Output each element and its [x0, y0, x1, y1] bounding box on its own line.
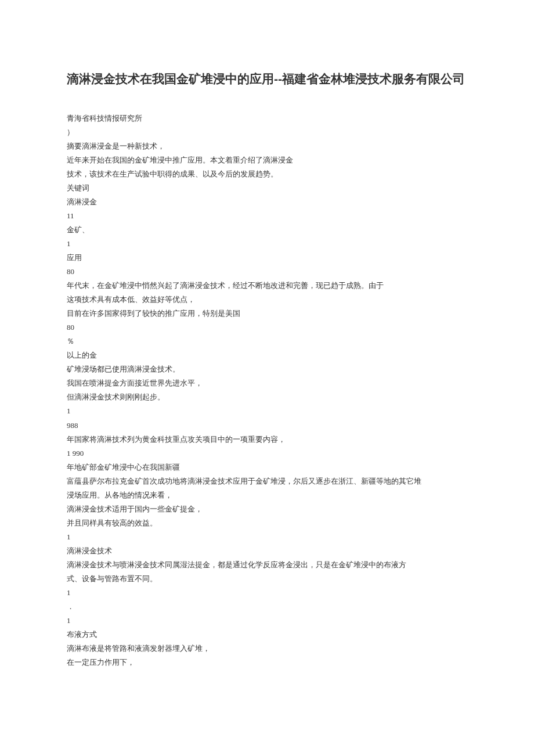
text-line: 1 — [67, 614, 467, 628]
text-line: 年代末，在金矿堆浸中悄然兴起了滴淋浸金技术，经过不断地改进和完善，现已趋于成熟。… — [67, 279, 467, 293]
text-line: 矿堆浸场都已使用滴淋浸金技术。 — [67, 362, 467, 376]
text-line: 近年来开始在我国的金矿堆浸中推广应用。本文着重介绍了滴淋浸金 — [67, 153, 467, 167]
text-line: 关键词 — [67, 181, 467, 195]
text-line: 我国在喷淋提金方面接近世界先进水平， — [67, 376, 467, 390]
text-line: 以上的金 — [67, 348, 467, 362]
text-line: 1 — [67, 530, 467, 544]
text-line: 金矿、 — [67, 223, 467, 237]
text-line: 1 990 — [67, 447, 467, 460]
text-line: 但滴淋浸金技术则刚刚起步。 — [67, 390, 467, 404]
text-line: 1 — [67, 404, 467, 418]
text-line: 滴淋布液是将管路和液滴发射器埋入矿堆， — [67, 642, 467, 656]
text-line: 青海省科技情报研究所 — [67, 111, 467, 125]
document-body: 青海省科技情报研究所 ） 摘要滴淋浸金是一种新技术， 近年来开始在我国的金矿堆浸… — [67, 111, 467, 670]
text-line: 80 — [67, 265, 467, 279]
text-line: 滴淋浸金技术与喷淋浸金技术同属湿法提金，都是通过化学反应将金浸出，只是在金矿堆浸… — [67, 558, 467, 572]
text-line: 技术，该技术在生产试验中职得的成果、以及今后的发展趋势。 — [67, 167, 467, 181]
text-line: ） — [67, 125, 467, 139]
text-line: 1 — [67, 237, 467, 251]
text-line: 80 — [67, 321, 467, 334]
text-line: 988 — [67, 419, 467, 433]
text-line: ％ — [67, 334, 467, 348]
text-line: 滴淋浸金技术 — [67, 544, 467, 558]
text-line: 这项技术具有成本低、效益好等优点， — [67, 293, 467, 307]
text-line: 在一定压力作用下， — [67, 656, 467, 669]
text-line: 式、设备与管路布置不同。 — [67, 572, 467, 586]
text-line: 富蕴县萨尔布拉克金矿首次成功地将滴淋浸金技术应用于金矿堆浸，尔后又逐步在浙江、新… — [67, 474, 467, 488]
document-title: 滴淋浸金技术在我国金矿堆浸中的应用--福建省金林堆浸技术服务有限公司 — [67, 70, 467, 88]
text-line: 布液方式 — [67, 628, 467, 642]
text-line: 摘要滴淋浸金是一种新技术， — [67, 139, 467, 153]
text-line: 滴淋浸金技术适用于国内一些金矿提金， — [67, 502, 467, 516]
text-line: 11 — [67, 209, 467, 223]
text-line: 应用 — [67, 251, 467, 265]
text-line: ． — [67, 600, 467, 614]
text-line: 目前在许多国家得到了较快的推广应用，特别是美国 — [67, 307, 467, 321]
text-line: 年地矿部金矿堆浸中心在我国新疆 — [67, 460, 467, 474]
text-line: 并且同样具有较高的效益。 — [67, 516, 467, 530]
text-line: 浸场应用。从各地的情况来看， — [67, 488, 467, 502]
text-line: 年国家将滴淋技术列为黄金科技重点攻关项目中的一项重要内容， — [67, 433, 467, 447]
text-line: 滴淋浸金 — [67, 195, 467, 209]
text-line: 1 — [67, 586, 467, 600]
